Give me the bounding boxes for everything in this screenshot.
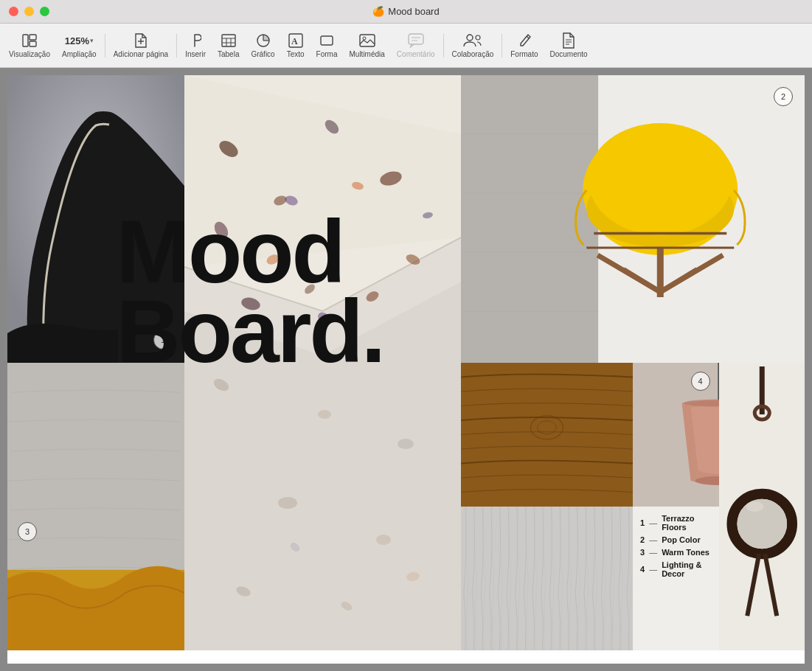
documento-icon [562,32,575,49]
adicionar-pagina-label: Adicionar página [114,50,169,58]
visualizacao-label: Visualização [9,50,50,58]
formato-label: Formato [510,50,538,58]
legend-row-2: 2—Pop Color [640,535,712,544]
svg-text:A: A [291,36,298,46]
svg-rect-52 [461,75,598,363]
toolbar-texto[interactable]: ATexto [281,29,310,61]
svg-rect-71 [461,363,633,507]
badge-4: 4 [691,372,710,391]
toolbar-adicionar-pagina[interactable]: Adicionar página [108,29,175,61]
inserir-icon [190,32,201,49]
toolbar-grafico[interactable]: Gráfico [245,29,280,61]
canvas-wrapper: 1 2 3 [0,68,812,671]
svg-point-21 [467,35,473,41]
texto-label: Texto [287,50,305,58]
svg-rect-5 [222,35,235,46]
svg-line-23 [527,36,529,38]
toolbar-forma[interactable]: Forma [310,29,344,61]
photo-gray-stucco[interactable]: 3 [7,363,184,650]
svg-rect-15 [321,36,333,45]
toolbar-colaboracao[interactable]: Colaboração [446,29,500,61]
svg-point-61 [588,123,732,235]
toolbar-tabela[interactable]: Tabela [212,29,245,61]
title-text: Mood board [388,6,439,17]
multimidia-icon [359,32,375,49]
svg-rect-0 [23,35,28,46]
toolbar-documento[interactable]: Documento [544,29,594,61]
toolbar-inserir[interactable]: Inserir [179,29,212,61]
adicionar-pagina-icon [134,32,148,49]
photo-pendant-lamp[interactable]: 4 [633,363,719,507]
photo-circular-mirror[interactable] [719,363,805,650]
legend-row-1: 1—Terrazzo Floors [640,514,712,532]
svg-point-93 [746,501,763,512]
window-controls [9,7,49,16]
ampliacao-icon: 125%▾ [65,32,94,49]
photo-wood-texture[interactable] [461,363,633,507]
visualizacao-icon [22,32,37,49]
sep-sep4 [502,34,502,58]
photo-fur-texture[interactable] [461,507,633,650]
grafico-label: Gráfico [251,50,274,58]
ampliacao-label: Ampliação [62,50,97,58]
photo-yellow-chair[interactable]: 2 [461,75,805,363]
comentario-icon [408,32,424,49]
svg-rect-1 [30,35,36,40]
comentario-label: Comentário [397,50,435,58]
documento-label: Documento [550,50,588,58]
title-bar: 🍊 Mood board [0,0,812,24]
toolbar: Visualização125%▾AmpliaçãoAdicionar pági… [0,24,812,68]
forma-icon [319,32,334,49]
canvas: 1 2 3 [7,75,805,664]
badge-2: 2 [774,87,793,106]
texto-icon: A [288,32,303,49]
sep-sep3 [443,34,444,58]
toolbar-comentario[interactable]: Comentário [391,29,441,61]
photo-terrazzo[interactable] [184,75,461,650]
toolbar-multimidia[interactable]: Multimédia [343,29,390,61]
legend-row-4: 4—Lighting & Decor [640,560,712,578]
svg-rect-18 [409,34,423,44]
toolbar-ampliacao[interactable]: 125%▾Ampliação [56,29,103,61]
svg-point-22 [476,35,480,40]
tabela-label: Tabela [218,50,239,58]
legend-row-3: 3—Warm Tones [640,548,712,557]
multimidia-label: Multimédia [349,50,384,58]
sep-sep2 [176,34,177,58]
colaboracao-label: Colaboração [452,50,494,58]
window-title: 🍊 Mood board [372,6,439,17]
badge-1: 1 [153,330,173,350]
grafico-icon [256,32,271,49]
formato-icon [517,32,532,49]
forma-label: Forma [316,50,338,58]
photo-leather-chair[interactable]: 1 [7,75,184,363]
title-icon: 🍊 [372,6,384,17]
svg-point-17 [363,37,366,40]
minimize-button[interactable] [24,7,34,16]
badge-3: 3 [18,522,37,541]
sep-sep1 [105,34,105,58]
svg-rect-16 [360,35,375,46]
toolbar-visualizacao[interactable]: Visualização [3,29,56,61]
toolbar-formato[interactable]: Formato [504,29,544,61]
legend-area: 1—Terrazzo Floors2—Pop Color3—Warm Tones… [633,507,719,650]
tabela-icon [221,32,236,49]
svg-rect-2 [30,41,36,46]
maximize-button[interactable] [40,7,49,16]
svg-rect-74 [461,507,633,650]
inserir-label: Inserir [185,50,206,58]
colaboracao-icon [463,32,482,49]
close-button[interactable] [9,7,18,16]
